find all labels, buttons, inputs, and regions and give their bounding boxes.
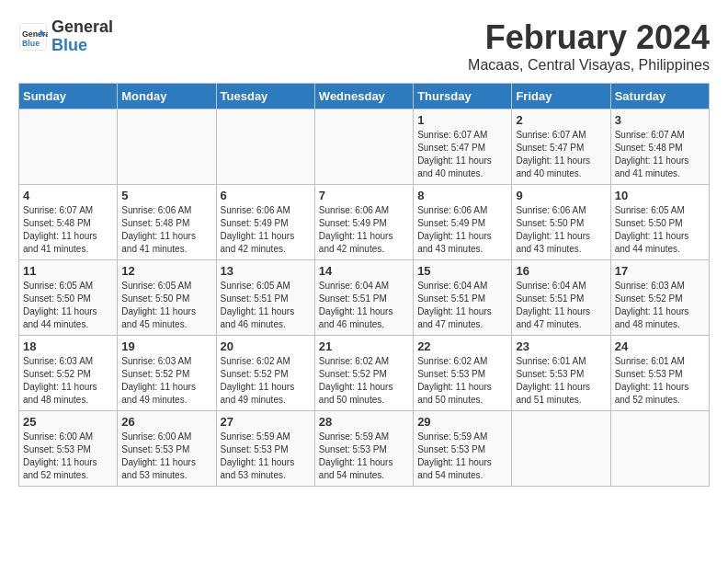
calendar-cell: 17Sunrise: 6:03 AM Sunset: 5:52 PM Dayli… [610, 260, 709, 336]
day-number: 22 [417, 339, 507, 353]
day-info: Sunrise: 5:59 AM Sunset: 5:53 PM Dayligh… [319, 431, 409, 482]
day-number: 29 [417, 415, 507, 429]
logo-icon: General Blue [18, 22, 48, 52]
day-info: Sunrise: 6:07 AM Sunset: 5:48 PM Dayligh… [615, 129, 705, 180]
day-number: 14 [319, 264, 409, 278]
day-number: 15 [417, 264, 507, 278]
day-info: Sunrise: 6:06 AM Sunset: 5:50 PM Dayligh… [516, 204, 606, 256]
day-info: Sunrise: 6:05 AM Sunset: 5:50 PM Dayligh… [615, 204, 705, 256]
calendar-cell: 16Sunrise: 6:04 AM Sunset: 5:51 PM Dayli… [512, 260, 610, 336]
calendar-cell: 13Sunrise: 6:05 AM Sunset: 5:51 PM Dayli… [216, 260, 314, 336]
calendar-cell: 22Sunrise: 6:02 AM Sunset: 5:53 PM Dayli… [414, 336, 512, 411]
day-info: Sunrise: 6:04 AM Sunset: 5:51 PM Dayligh… [417, 280, 507, 331]
calendar-table: SundayMondayTuesdayWednesdayThursdayFrid… [18, 83, 710, 487]
day-number: 16 [516, 264, 606, 278]
main-title: February 2024 [468, 18, 710, 57]
calendar-cell: 29Sunrise: 5:59 AM Sunset: 5:53 PM Dayli… [414, 411, 512, 487]
calendar-body: 1Sunrise: 6:07 AM Sunset: 5:47 PM Daylig… [19, 109, 710, 487]
day-number: 9 [516, 189, 606, 202]
day-info: Sunrise: 6:00 AM Sunset: 5:53 PM Dayligh… [23, 431, 113, 482]
day-info: Sunrise: 6:06 AM Sunset: 5:49 PM Dayligh… [417, 204, 507, 256]
day-info: Sunrise: 6:03 AM Sunset: 5:52 PM Dayligh… [615, 280, 705, 331]
logo: General Blue General Blue [18, 18, 113, 55]
day-number: 26 [121, 415, 211, 429]
calendar-cell: 7Sunrise: 6:06 AM Sunset: 5:49 PM Daylig… [314, 185, 413, 260]
calendar-cell [512, 411, 610, 487]
svg-text:Blue: Blue [22, 38, 40, 47]
day-number: 7 [319, 189, 409, 202]
day-number: 21 [319, 339, 409, 353]
day-info: Sunrise: 6:06 AM Sunset: 5:49 PM Dayligh… [319, 204, 409, 256]
day-number: 2 [516, 113, 606, 127]
column-header-sunday: Sunday [19, 84, 118, 109]
calendar-cell: 8Sunrise: 6:06 AM Sunset: 5:49 PM Daylig… [414, 185, 512, 260]
subtitle: Macaas, Central Visayas, Philippines [468, 57, 710, 74]
calendar-cell: 11Sunrise: 6:05 AM Sunset: 5:50 PM Dayli… [19, 260, 118, 336]
week-row-4: 18Sunrise: 6:03 AM Sunset: 5:52 PM Dayli… [19, 336, 710, 411]
column-header-wednesday: Wednesday [314, 84, 413, 109]
calendar-cell: 19Sunrise: 6:03 AM Sunset: 5:52 PM Dayli… [118, 336, 216, 411]
calendar-cell [216, 109, 314, 185]
day-info: Sunrise: 6:02 AM Sunset: 5:52 PM Dayligh… [221, 355, 311, 407]
day-info: Sunrise: 6:01 AM Sunset: 5:53 PM Dayligh… [516, 355, 606, 407]
header: General Blue General Blue February 2024 … [18, 18, 710, 74]
day-info: Sunrise: 6:05 AM Sunset: 5:50 PM Dayligh… [121, 280, 211, 331]
day-number: 27 [221, 415, 311, 429]
calendar-cell: 2Sunrise: 6:07 AM Sunset: 5:47 PM Daylig… [512, 109, 610, 185]
week-row-2: 4Sunrise: 6:07 AM Sunset: 5:48 PM Daylig… [19, 185, 710, 260]
day-info: Sunrise: 6:06 AM Sunset: 5:49 PM Dayligh… [221, 204, 311, 256]
calendar-cell [314, 109, 413, 185]
day-number: 24 [615, 339, 705, 353]
day-number: 4 [23, 189, 113, 202]
day-info: Sunrise: 6:05 AM Sunset: 5:50 PM Dayligh… [23, 280, 113, 331]
day-number: 12 [121, 264, 211, 278]
day-number: 25 [23, 415, 113, 429]
logo-general: General [51, 17, 113, 36]
calendar-cell: 14Sunrise: 6:04 AM Sunset: 5:51 PM Dayli… [314, 260, 413, 336]
calendar-cell: 28Sunrise: 5:59 AM Sunset: 5:53 PM Dayli… [314, 411, 413, 487]
calendar-cell [19, 109, 118, 185]
calendar-cell: 24Sunrise: 6:01 AM Sunset: 5:53 PM Dayli… [610, 336, 709, 411]
calendar-cell: 5Sunrise: 6:06 AM Sunset: 5:48 PM Daylig… [118, 185, 216, 260]
day-info: Sunrise: 6:02 AM Sunset: 5:52 PM Dayligh… [319, 355, 409, 407]
calendar-cell: 9Sunrise: 6:06 AM Sunset: 5:50 PM Daylig… [512, 185, 610, 260]
day-info: Sunrise: 6:01 AM Sunset: 5:53 PM Dayligh… [615, 355, 705, 407]
calendar-header-row: SundayMondayTuesdayWednesdayThursdayFrid… [19, 84, 710, 109]
week-row-1: 1Sunrise: 6:07 AM Sunset: 5:47 PM Daylig… [19, 109, 710, 185]
calendar-cell: 20Sunrise: 6:02 AM Sunset: 5:52 PM Dayli… [216, 336, 314, 411]
week-row-5: 25Sunrise: 6:00 AM Sunset: 5:53 PM Dayli… [19, 411, 710, 487]
day-info: Sunrise: 6:04 AM Sunset: 5:51 PM Dayligh… [319, 280, 409, 331]
day-info: Sunrise: 5:59 AM Sunset: 5:53 PM Dayligh… [221, 431, 311, 482]
calendar-cell: 12Sunrise: 6:05 AM Sunset: 5:50 PM Dayli… [118, 260, 216, 336]
day-number: 3 [615, 113, 705, 127]
day-number: 20 [221, 339, 311, 353]
day-info: Sunrise: 5:59 AM Sunset: 5:53 PM Dayligh… [417, 431, 507, 482]
day-info: Sunrise: 6:02 AM Sunset: 5:53 PM Dayligh… [417, 355, 507, 407]
day-number: 10 [615, 189, 705, 202]
day-number: 11 [23, 264, 113, 278]
day-info: Sunrise: 6:07 AM Sunset: 5:47 PM Dayligh… [417, 129, 507, 180]
column-header-tuesday: Tuesday [216, 84, 314, 109]
calendar-cell: 25Sunrise: 6:00 AM Sunset: 5:53 PM Dayli… [19, 411, 118, 487]
day-number: 13 [221, 264, 311, 278]
calendar-cell: 21Sunrise: 6:02 AM Sunset: 5:52 PM Dayli… [314, 336, 413, 411]
day-info: Sunrise: 6:00 AM Sunset: 5:53 PM Dayligh… [121, 431, 211, 482]
column-header-thursday: Thursday [414, 84, 512, 109]
week-row-3: 11Sunrise: 6:05 AM Sunset: 5:50 PM Dayli… [19, 260, 710, 336]
calendar-cell: 23Sunrise: 6:01 AM Sunset: 5:53 PM Dayli… [512, 336, 610, 411]
day-number: 28 [319, 415, 409, 429]
day-info: Sunrise: 6:03 AM Sunset: 5:52 PM Dayligh… [121, 355, 211, 407]
calendar-cell: 26Sunrise: 6:00 AM Sunset: 5:53 PM Dayli… [118, 411, 216, 487]
column-header-friday: Friday [512, 84, 610, 109]
day-number: 1 [417, 113, 507, 127]
day-number: 8 [417, 189, 507, 202]
day-info: Sunrise: 6:05 AM Sunset: 5:51 PM Dayligh… [221, 280, 311, 331]
title-section: February 2024 Macaas, Central Visayas, P… [468, 18, 710, 74]
calendar-cell: 10Sunrise: 6:05 AM Sunset: 5:50 PM Dayli… [610, 185, 709, 260]
logo-blue: Blue [51, 36, 87, 54]
day-number: 6 [221, 189, 311, 202]
calendar-cell [610, 411, 709, 487]
day-number: 18 [23, 339, 113, 353]
column-header-saturday: Saturday [610, 84, 709, 109]
day-number: 5 [121, 189, 211, 202]
